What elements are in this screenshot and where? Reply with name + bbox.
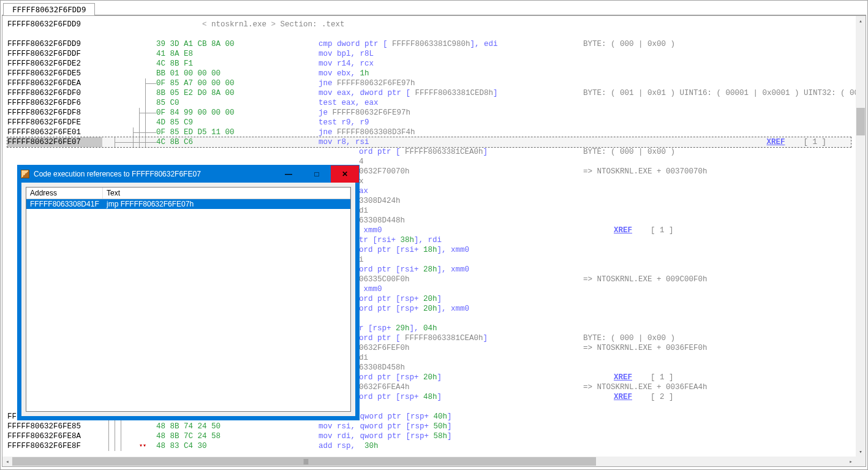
disasm-line[interactable]: FFFFF80632F6FDFE4D 85 C9test r9, r9 bbox=[7, 118, 851, 127]
instruction: jne FFFFF8063308D3F4h bbox=[319, 127, 625, 137]
instruction: mov rdi, qword ptr [rsp+ 58h] bbox=[319, 431, 625, 441]
addr: FFFFF80632F6FE07 bbox=[7, 137, 102, 147]
jump-gutter bbox=[102, 39, 156, 49]
scroll-left-arrow-icon[interactable]: ◂ bbox=[2, 457, 12, 466]
tab-bar: FFFFF80632F6FDD9 bbox=[2, 2, 866, 15]
col-text[interactable]: Text bbox=[103, 188, 350, 199]
hex-bytes: 4C 8B C6 bbox=[156, 137, 319, 147]
disasm-line[interactable]: FFFFF80632F6FDF80F 84 99 00 00 00je FFFF… bbox=[7, 108, 851, 118]
hex-bytes: 0F 85 ED D5 11 00 bbox=[156, 127, 319, 137]
addr: FFFFF80632F6FE85 bbox=[7, 422, 102, 431]
disasm-line[interactable]: FFFFF80632F6FDF685 C0test eax, eax bbox=[7, 98, 851, 108]
disasm-line[interactable]: FFFFF80632F6FE8A48 8B 7C 24 58mov rdi, q… bbox=[7, 431, 851, 441]
instruction: mov ebx, 1h bbox=[319, 69, 625, 78]
app-frame: FFFFF80632F6FDD9 FFFFF80632F6FDD9 < ntos… bbox=[0, 0, 868, 470]
hex-bytes: 85 C0 bbox=[156, 98, 319, 108]
addr: FFFFF80632F6FDFE bbox=[7, 118, 102, 127]
scroll-up-arrow-icon[interactable]: ▴ bbox=[856, 16, 866, 26]
addr: FFFFF80632F6FDDF bbox=[7, 49, 102, 59]
scroll-corner bbox=[856, 457, 866, 466]
addr: FFFFF80632F6FDE5 bbox=[7, 69, 102, 78]
content-wrap: FFFFF80632F6FDD9 < ntoskrnl.exe > Sectio… bbox=[2, 15, 866, 467]
disasm-line[interactable]: FFFFF80632F6FDE5BB 01 00 00 00mov ebx, 1… bbox=[7, 69, 851, 78]
disasm-line-partial[interactable]: ord ptr [ FFFFF8063381CEA0h]BYTE: ( 000 … bbox=[7, 147, 851, 157]
jump-gutter bbox=[102, 49, 156, 59]
horizontal-scrollbar[interactable]: ◂ ▸ bbox=[2, 457, 856, 466]
addr: FFFFF80632F6FDF8 bbox=[7, 108, 102, 118]
instruction: mov eax, dword ptr [ FFFFF8063381CED8h] bbox=[319, 88, 625, 98]
hex-bytes: BB 01 00 00 00 bbox=[156, 69, 319, 78]
instruction: mov bpl, r8L bbox=[319, 49, 625, 59]
instruction: test r9, r9 bbox=[319, 118, 625, 127]
list-item[interactable]: FFFFF8063308D41F jmp FFFFF80632F6FE07h bbox=[26, 199, 350, 209]
hex-bytes: 48 83 C4 30 bbox=[156, 441, 319, 451]
comment: => NTOSKRNL.EXE + 0036FEF0h bbox=[583, 343, 708, 353]
jump-gutter: ▾▾ bbox=[102, 441, 156, 451]
close-button[interactable]: ✕ bbox=[331, 165, 359, 183]
xref-dialog[interactable]: Code execution references to FFFFF80632F… bbox=[18, 165, 359, 420]
app-icon bbox=[18, 170, 32, 178]
instruction: jne FFFFF80632F6FE97h bbox=[319, 78, 625, 88]
branch-marker-icon: ▾▾ bbox=[139, 441, 146, 451]
instruction: x bbox=[319, 402, 625, 412]
hex-bytes: 4C 8B F1 bbox=[156, 59, 319, 69]
jump-gutter bbox=[102, 127, 156, 137]
xref-link[interactable]: XREF [ 1 ] bbox=[766, 137, 851, 147]
comment: BYTE: ( 001 | 0x01 ) UINT16: ( 00001 | 0… bbox=[583, 88, 856, 98]
col-address[interactable]: Address bbox=[26, 188, 103, 199]
addr: FFFFF80632F6FE8F bbox=[7, 441, 102, 451]
dialog-title: Code execution references to FFFFF80632F… bbox=[32, 170, 274, 178]
comment: => NTOSKRNL.EXE + 00370070h bbox=[583, 167, 708, 176]
xref-link[interactable]: XREF [ 1 ] bbox=[614, 373, 674, 382]
jump-gutter bbox=[102, 118, 156, 127]
section-header: FFFFF80632F6FDD9 < ntoskrnl.exe > Sectio… bbox=[7, 20, 851, 29]
scroll-down-arrow-icon[interactable]: ▾ bbox=[856, 447, 866, 457]
disasm-line[interactable]: FFFFF80632F6FDF08B 05 E2 D0 8A 00mov eax… bbox=[7, 88, 851, 98]
xref-list[interactable]: Address Text FFFFF8063308D41F jmp FFFFF8… bbox=[26, 187, 351, 412]
jump-gutter bbox=[102, 137, 156, 147]
comment: => NTOSKRNL.EXE + 009C00F0h bbox=[583, 275, 708, 284]
hex-bytes: 39 3D A1 CB 8A 00 bbox=[156, 39, 319, 49]
disasm-line[interactable]: FFFFF80632F6FDDF41 8A E8mov bpl, r8L bbox=[7, 49, 851, 59]
header-addr: FFFFF80632F6FDD9 bbox=[7, 20, 102, 29]
scroll-thumb-v[interactable] bbox=[856, 108, 865, 135]
disasm-line[interactable]: FFFFF80632F6FE074C 8B C6mov r8, rsiXREF … bbox=[7, 137, 851, 147]
jump-gutter bbox=[102, 59, 156, 69]
jump-gutter bbox=[102, 98, 156, 108]
instruction: mov rbx, qword ptr [rsp+ 40h] bbox=[319, 412, 625, 422]
xref-link[interactable]: XREF [ 2 ] bbox=[614, 392, 674, 402]
instruction: je FFFFF80632F6FE97h bbox=[319, 108, 625, 118]
instruction: mov r8, rsi bbox=[319, 137, 625, 147]
instruction: add rsp, 30h bbox=[319, 441, 625, 451]
comment: BYTE: ( 000 | 0x00 ) bbox=[583, 147, 675, 157]
disasm-line[interactable]: FFFFF80632F6FE8F▾▾48 83 C4 30add rsp, 30… bbox=[7, 441, 851, 451]
scroll-thumb-h[interactable] bbox=[12, 457, 596, 466]
xref-text: jmp FFFFF80632F6FE07h bbox=[103, 199, 350, 209]
hex-bytes: 0F 85 A7 00 00 00 bbox=[156, 78, 319, 88]
jump-gutter bbox=[102, 88, 156, 98]
section-path: < ntoskrnl.exe > Section: .text bbox=[156, 16, 345, 39]
jump-gutter bbox=[102, 69, 156, 78]
disasm-line[interactable]: FFFFF80632F6FDD939 3D A1 CB 8A 00cmp dwo… bbox=[7, 39, 851, 49]
vertical-scrollbar[interactable]: ▴ ▾ bbox=[856, 16, 866, 457]
disasm-line[interactable]: FFFFF80632F6FE8548 8B 74 24 50mov rsi, q… bbox=[7, 422, 851, 431]
comment: BYTE: ( 000 | 0x00 ) bbox=[583, 333, 675, 343]
hex-bytes: 48 8B 7C 24 58 bbox=[156, 431, 319, 441]
instruction: test eax, eax bbox=[319, 98, 625, 108]
minimize-button[interactable]: — bbox=[274, 165, 303, 183]
maximize-button[interactable]: □ bbox=[303, 165, 331, 183]
disasm-line[interactable]: FFFFF80632F6FE010F 85 ED D5 11 00jne FFF… bbox=[7, 127, 851, 137]
xref-link[interactable]: XREF [ 1 ] bbox=[614, 226, 674, 235]
instruction: mov rsi, qword ptr [rsp+ 50h] bbox=[319, 422, 625, 431]
dialog-titlebar[interactable]: Code execution references to FFFFF80632F… bbox=[18, 165, 359, 183]
addr: FFFFF80632F6FE01 bbox=[7, 127, 102, 137]
instruction: mov r14, rcx bbox=[319, 59, 625, 69]
disasm-line[interactable]: FFFFF80632F6FDE24C 8B F1mov r14, rcx bbox=[7, 59, 851, 69]
disasm-line[interactable]: FFFFF80632F6FDEA0F 85 A7 00 00 00jne FFF… bbox=[7, 78, 851, 88]
tab-disasm[interactable]: FFFFF80632F6FDD9 bbox=[3, 3, 95, 15]
addr: FFFFF80632F6FDF0 bbox=[7, 88, 102, 98]
hex-bytes: 48 8B 74 24 50 bbox=[156, 422, 319, 431]
addr: FFFFF80632F6FDD9 bbox=[7, 39, 102, 49]
dialog-client: Address Text FFFFF8063308D41F jmp FFFFF8… bbox=[21, 183, 355, 416]
scroll-right-arrow-icon[interactable]: ▸ bbox=[846, 457, 856, 466]
